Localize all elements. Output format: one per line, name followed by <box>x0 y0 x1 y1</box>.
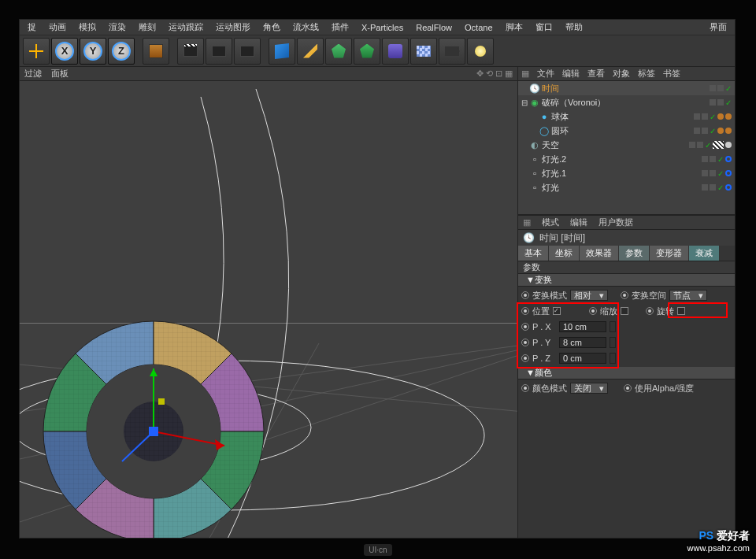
attr-menu-item[interactable]: 编辑 <box>570 217 587 228</box>
pz-spinner[interactable] <box>610 353 616 364</box>
py-input[interactable]: 8 cm <box>559 337 606 348</box>
menu-item[interactable]: 动画 <box>44 21 71 33</box>
tab-deformer[interactable]: 变形器 <box>650 246 689 261</box>
py-spinner[interactable] <box>610 337 616 348</box>
om-menu-item[interactable]: 编辑 <box>562 68 580 80</box>
om-item-voronoi[interactable]: ⊟ ◉ 破碎（Voronoi） ✓ <box>518 95 735 109</box>
color-mode-dropdown[interactable]: 关闭▾ <box>570 383 608 394</box>
om-item-sphere[interactable]: ● 球体 ✓ <box>518 109 735 124</box>
om-item-time[interactable]: 🕓 时间 ✓ <box>518 81 735 95</box>
clock-icon: 🕓 <box>529 83 540 94</box>
menu-item[interactable]: 脚本 <box>501 21 528 33</box>
menu-item[interactable]: 角色 <box>258 21 285 33</box>
primitive-button[interactable] <box>269 38 295 65</box>
menu-item[interactable]: RealFlow <box>411 23 457 32</box>
camera-icon <box>445 46 459 56</box>
pz-input[interactable]: 0 cm <box>559 353 606 364</box>
clock-icon: 🕓 <box>523 232 535 243</box>
menu-item[interactable]: 运动跟踪 <box>164 21 208 33</box>
floor-icon <box>417 46 431 57</box>
menu-item[interactable]: 窗口 <box>531 21 558 33</box>
move-tool-button[interactable] <box>23 38 50 65</box>
viewport-panel: 过滤 面板 ✥ ⟲ ⊡ ▦ <box>20 67 518 538</box>
radio-icon[interactable] <box>521 323 529 331</box>
rotation-checkbox[interactable] <box>677 307 685 315</box>
scale-checkbox[interactable] <box>621 307 628 315</box>
radio-icon[interactable] <box>621 291 628 299</box>
om-menu-item[interactable]: 书签 <box>663 68 680 80</box>
radio-icon[interactable] <box>521 354 529 362</box>
om-menu-item[interactable]: 文件 <box>537 68 554 80</box>
view-tab-filter[interactable]: 过滤 <box>24 68 42 80</box>
coord-system-button[interactable] <box>143 38 169 65</box>
tab-coord[interactable]: 坐标 <box>549 246 580 261</box>
attr-menu-item[interactable]: 模式 <box>542 217 559 228</box>
py-label: P . Y <box>532 338 556 347</box>
menu-item[interactable]: X-Particles <box>357 23 408 32</box>
menubar: 捉 动画 模拟 渲染 雕刻 运动跟踪 运动图形 角色 流水线 插件 X-Part… <box>20 20 735 35</box>
menu-item[interactable]: 渲染 <box>104 21 131 33</box>
om-item-light2[interactable]: ▫ 灯光.2 ✓ <box>518 152 735 166</box>
om-item-light[interactable]: ▫ 灯光 ✓ <box>518 180 735 194</box>
radio-icon[interactable] <box>624 384 632 392</box>
menu-item[interactable]: Octane <box>460 23 497 32</box>
radio-icon[interactable] <box>521 384 529 392</box>
attribute-manager: ▦ 模式 编辑 用户数据 🕓 时间 [时间] 基本 坐标 效果器 参数 变形器 … <box>518 215 735 538</box>
px-spinner[interactable] <box>610 321 616 332</box>
generator2-button[interactable] <box>354 38 380 65</box>
render-settings-button[interactable] <box>234 38 261 65</box>
attr-group-transform[interactable]: ▼变换 <box>518 274 735 287</box>
torus-icon: ◯ <box>539 125 550 136</box>
menu-item[interactable]: 插件 <box>327 21 354 33</box>
om-menu-item[interactable]: 标签 <box>638 68 655 80</box>
transform-mode-dropdown[interactable]: 相对▾ <box>570 290 608 301</box>
menu-item[interactable]: 捉 <box>23 21 41 33</box>
menu-item[interactable]: 运动图形 <box>211 21 255 33</box>
viewport[interactable] <box>20 81 517 538</box>
radio-icon[interactable] <box>521 291 529 299</box>
render-button[interactable] <box>177 38 204 65</box>
attr-menu-item[interactable]: 用户数据 <box>598 217 633 228</box>
position-checkbox[interactable] <box>553 307 561 315</box>
px-input[interactable]: 10 cm <box>559 321 606 332</box>
axis-z-button[interactable]: Z <box>108 38 135 65</box>
tab-basic[interactable]: 基本 <box>518 246 549 261</box>
menu-item[interactable]: 雕刻 <box>134 21 161 33</box>
radio-icon[interactable] <box>646 307 654 315</box>
light-button[interactable] <box>467 38 494 65</box>
tab-falloff[interactable]: 衰减 <box>689 246 720 261</box>
om-menu-item[interactable]: 查看 <box>587 68 605 80</box>
generator-button[interactable] <box>325 38 352 65</box>
menu-item[interactable]: 流水线 <box>288 21 324 33</box>
radio-icon[interactable] <box>521 307 529 315</box>
om-menu-item[interactable]: 对象 <box>613 68 630 80</box>
tab-params[interactable]: 参数 <box>619 246 650 261</box>
om-item-sky[interactable]: ◐ 天空 ✓ <box>518 138 735 152</box>
pz-label: P . Z <box>532 354 556 363</box>
row-pz: P . Z 0 cm <box>521 351 732 365</box>
spline-button[interactable] <box>297 38 324 65</box>
menu-item[interactable]: 模拟 <box>74 21 101 33</box>
attr-menu: ▦ 模式 编辑 用户数据 <box>518 216 735 230</box>
radio-icon[interactable] <box>521 339 529 346</box>
attr-object-title: 🕓 时间 [时间] <box>518 230 735 246</box>
voronoi-icon: ◉ <box>529 97 540 108</box>
viewport-nav-icons[interactable]: ✥ ⟲ ⊡ ▦ <box>476 68 513 79</box>
layout-label[interactable]: 界面 <box>705 21 732 33</box>
view-tab-panel[interactable]: 面板 <box>51 68 69 80</box>
tab-effector[interactable]: 效果器 <box>580 246 619 261</box>
toolbar: X Y Z <box>20 35 735 67</box>
menu-item[interactable]: 帮助 <box>561 21 587 33</box>
transform-space-dropdown[interactable]: 节点▾ <box>669 290 707 301</box>
environment-button[interactable] <box>410 38 437 65</box>
deformer-button[interactable] <box>382 38 409 65</box>
row-px: P . X 10 cm <box>521 320 732 334</box>
camera-button[interactable] <box>439 38 465 65</box>
radio-icon[interactable] <box>589 307 597 315</box>
render-pv-button[interactable] <box>206 38 232 65</box>
axis-y-button[interactable]: Y <box>80 38 106 65</box>
om-item-light1[interactable]: ▫ 灯光.1 ✓ <box>518 166 735 180</box>
om-item-torus[interactable]: ◯ 圆环 ✓ <box>518 124 735 138</box>
axis-x-button[interactable]: X <box>51 38 78 65</box>
attr-group-color[interactable]: ▼颜色 <box>518 367 735 379</box>
